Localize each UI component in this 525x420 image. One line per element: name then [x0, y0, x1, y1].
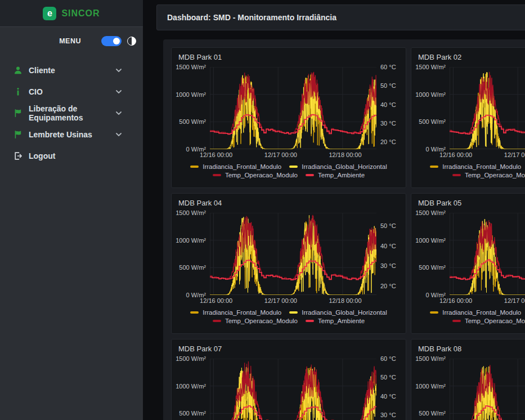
sidebar-item-cliente[interactable]: Cliente [0, 60, 143, 81]
legend-label: Temp_Ambiente [318, 172, 365, 178]
y-axis-left-tick: 1000 W/m² [415, 383, 446, 390]
x-axis-tick: 12/17 00:00 [504, 297, 525, 304]
sidebar-item-liberacao-de-equipamentos[interactable]: Liberação de Equipamentos [0, 102, 143, 124]
chart-panel-mdb-park-07: MDB Park 07 1500 W/m²1000 W/m²500 W/m²0 … [171, 339, 406, 420]
legend-item[interactable]: Irradiancia_Frontal_Modulo [190, 163, 281, 170]
panel-title: MDB Park 02 [418, 53, 525, 61]
chevron-down-icon [116, 90, 122, 93]
legend-label: Temp_Operacao_Modulo [225, 318, 298, 324]
legend-color-dash [213, 174, 221, 176]
legend-item[interactable]: Temp_Operacao_Modulo [452, 318, 525, 324]
legend-label: Irradiancia_Frontal_Modulo [203, 309, 281, 316]
x-axis-tick: 12/16 00:00 [439, 151, 472, 158]
y-axis-right-tick: 20 °C [380, 283, 396, 289]
panel-title: MDB Park 08 [418, 345, 525, 353]
plot-region[interactable]: 1500 W/m²1000 W/m²500 W/m²0 W/m²60 °C50 … [450, 67, 525, 149]
legend-item[interactable]: Irradiancia_Frontal_Modulo [430, 309, 521, 316]
sidebar-item-label: CIO [29, 87, 43, 96]
legend-item[interactable]: Irradiancia_Frontal_Modulo [190, 309, 281, 316]
info-icon [14, 87, 23, 96]
y-axis-right-tick: 50 °C [380, 222, 396, 229]
legend-item[interactable]: Temp_Ambiente [306, 318, 365, 324]
chart-panel-mdb-park-05: MDB Park 05 1500 W/m²1000 W/m²500 W/m²0 … [411, 193, 525, 334]
legend-color-dash [430, 166, 438, 168]
sidebar-item-label: Logout [29, 151, 55, 160]
legend-color-dash [190, 311, 199, 314]
legend-item[interactable]: Irradiancia_Global_Horizontal [289, 163, 387, 170]
plot-region[interactable]: 1500 W/m²1000 W/m²500 W/m²0 W/m²50 °C40 … [210, 213, 376, 295]
y-axis-left-tick: 1500 W/m² [415, 355, 446, 362]
x-axis-tick: 12/17 00:00 [264, 297, 297, 304]
legend-item[interactable]: Irradiancia_Frontal_Modulo [430, 163, 521, 170]
dark-mode-contrast-icon[interactable] [127, 37, 136, 46]
chart-legend: Irradiancia_Frontal_ModuloIrradiancia_Gl… [411, 163, 525, 178]
legend-item[interactable]: Temp_Operacao_Modulo [213, 172, 298, 178]
chart-svg [210, 213, 376, 295]
y-axis-right-tick: 40 °C [380, 393, 396, 400]
y-axis-right-tick: 30 °C [380, 120, 396, 127]
menu-bar: MENU [0, 27, 143, 55]
legend-label: Irradiancia_Frontal_Modulo [442, 163, 521, 170]
chart-panel-mdb-park-08: MDB Park 08 1500 W/m²1000 W/m²500 W/m²0 … [411, 339, 525, 420]
y-axis-left-tick: 500 W/m² [179, 264, 206, 271]
plot-region[interactable]: 1500 W/m²1000 W/m²500 W/m²0 W/m²50 °C40 … [450, 213, 525, 295]
chart-area: 1500 W/m²1000 W/m²500 W/m²0 W/m²50 °C40 … [178, 213, 399, 295]
y-axis-right-tick: 20 °C [380, 138, 396, 145]
chart-svg [210, 67, 376, 149]
x-axis-tick: 12/18 00:00 [329, 151, 361, 158]
plot-region[interactable]: 1500 W/m²1000 W/m²500 W/m²0 W/m²60 °C50 … [210, 359, 376, 420]
legend-item[interactable]: Irradiancia_Global_Horizontal [289, 309, 387, 316]
y-axis-left-tick: 500 W/m² [419, 118, 446, 125]
chart-legend: Irradiancia_Frontal_ModuloIrradiancia_Gl… [172, 309, 406, 324]
plot-region[interactable]: 1500 W/m²1000 W/m²500 W/m²0 W/m²60 °C50 … [210, 67, 376, 149]
menu-toggle[interactable] [101, 36, 122, 46]
legend-item[interactable]: Temp_Ambiente [306, 172, 365, 178]
legend-label: Temp_Operacao_Modulo [225, 172, 298, 178]
chart-area: 1500 W/m²1000 W/m²500 W/m²0 W/m²60 °C50 … [178, 67, 399, 149]
legend-label: Temp_Operacao_Modulo [465, 318, 525, 324]
legend-color-dash [289, 166, 298, 168]
chart-panel-mdb-park-04: MDB Park 04 1500 W/m²1000 W/m²500 W/m²0 … [171, 193, 406, 334]
panel-title: MDB Park 04 [178, 199, 399, 207]
y-axis-right-tick: 60 °C [380, 64, 396, 70]
x-axis-tick: 12/16 00:00 [439, 297, 472, 304]
legend-label: Irradiancia_Frontal_Modulo [442, 309, 521, 316]
chart-panel-mdb-park-02: MDB Park 02 1500 W/m²1000 W/m²500 W/m²0 … [411, 47, 525, 188]
legend-label: Irradiancia_Frontal_Modulo [203, 163, 281, 170]
x-axis-tick: 12/18 00:00 [329, 297, 361, 304]
legend-label: Irradiancia_Global_Horizontal [302, 309, 387, 316]
panel-title: MDB Park 07 [178, 345, 399, 353]
user-icon [14, 66, 23, 75]
legend-item[interactable]: Temp_Operacao_Modulo [452, 172, 525, 178]
chart-legend: Irradiancia_Frontal_ModuloIrradiancia_Gl… [172, 163, 406, 178]
chevron-down-icon [116, 69, 122, 72]
sidebar-item-label: Lembrete Usinas [29, 130, 92, 139]
y-axis-left-tick: 500 W/m² [179, 410, 206, 417]
chart-svg [450, 213, 525, 295]
legend-label: Temp_Operacao_Modulo [465, 172, 525, 178]
brand-name: SINCOR [61, 8, 100, 19]
y-axis-left-tick: 1500 W/m² [176, 209, 206, 216]
logout-icon [14, 151, 23, 160]
y-axis-right-tick: 30 °C [380, 262, 396, 269]
legend-color-dash [306, 320, 314, 322]
page-title: Dashboard: SMD - Monitoramento Irradiânc… [167, 13, 336, 22]
legend-label: Temp_Ambiente [318, 318, 365, 324]
sidebar-item-lembrete-usinas[interactable]: Lembrete Usinas [0, 124, 143, 145]
y-axis-left-tick: 1500 W/m² [415, 64, 446, 70]
menu-label: MENU [59, 37, 81, 45]
y-axis-left-tick: 500 W/m² [179, 118, 206, 125]
y-axis-right-tick: 40 °C [380, 243, 396, 249]
flag-icon [14, 109, 23, 118]
legend-color-dash [190, 166, 199, 168]
legend-item[interactable]: Temp_Operacao_Modulo [213, 318, 298, 324]
toggle-knob [113, 38, 120, 44]
logo-area: e SINCOR [0, 0, 143, 27]
sidebar-item-label: Liberação de Equipamentos [29, 104, 110, 122]
sidebar-item-logout[interactable]: Logout [0, 145, 143, 167]
sidebar-item-cio[interactable]: CIO [0, 81, 143, 102]
dashboard-header: Dashboard: SMD - Monitoramento Irradiânc… [156, 5, 525, 30]
plot-region[interactable]: 1500 W/m²1000 W/m²500 W/m²0 W/m²60 °C50 … [450, 359, 525, 420]
chart-panel-mdb-park-01: MDB Park 01 1500 W/m²1000 W/m²500 W/m²0 … [171, 47, 406, 188]
flag-icon [14, 130, 23, 139]
